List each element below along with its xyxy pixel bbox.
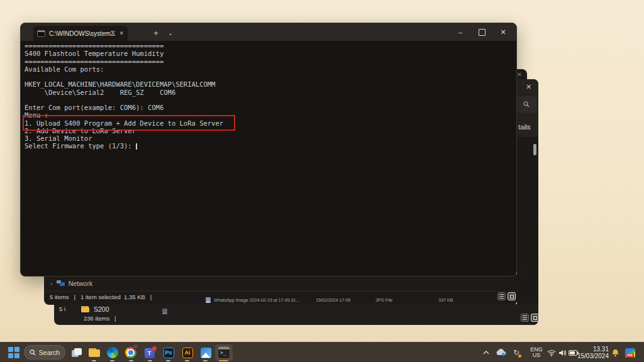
notification-bell-button[interactable] — [609, 343, 621, 362]
search-icon — [523, 101, 530, 107]
terminal-line — [25, 96, 223, 104]
pdf-badge: PDF — [626, 353, 634, 358]
explorer-front-bottom: 5 i S200 236 items | — [54, 304, 538, 325]
notification-badge — [133, 344, 139, 350]
clock[interactable]: 13.31 15/03/2024 — [569, 345, 609, 360]
chevron-up-icon — [483, 351, 489, 354]
tray-chevron-button[interactable] — [480, 343, 492, 362]
volume-button[interactable] — [557, 343, 568, 362]
terminal-output[interactable]: =================================== S400… — [25, 42, 223, 150]
search-icon — [30, 349, 36, 356]
illustrator-icon: Ai — [182, 348, 193, 358]
file-size: 337 KB — [438, 297, 453, 303]
folder-icon — [89, 348, 100, 357]
close-button[interactable]: ✕ — [492, 23, 514, 41]
terminal-line: \Device\Serial2 REG_SZ COM6 — [25, 89, 223, 96]
start-button[interactable] — [6, 344, 21, 361]
edge-icon — [107, 347, 118, 358]
onedrive-tray-button[interactable] — [494, 343, 507, 362]
cmd-icon — [37, 30, 45, 37]
terminal-tab-cmd[interactable]: C:\WINDOWS\system32\cmd. ✕ — [33, 26, 128, 41]
terminal-icon: >_ — [218, 346, 230, 359]
teams-button[interactable]: T — [143, 344, 158, 361]
folder-name: S200 — [94, 305, 109, 313]
terminal-window: C:\WINDOWS\system32\cmd. ✕ + ⌄ – ✕ =====… — [20, 23, 517, 277]
desktop-wallpaper: ✕ ✕ tails 5 i S200 236 items | › — [0, 0, 644, 362]
nav-item-network[interactable]: › Network — [50, 280, 92, 287]
tab-dropdown-icon[interactable]: ⌄ — [164, 26, 177, 39]
maximize-icon — [479, 29, 486, 36]
minimize-button[interactable]: – — [450, 23, 471, 41]
wifi-button[interactable] — [546, 343, 557, 362]
edge-button[interactable] — [105, 344, 120, 361]
details-button-fragment[interactable]: tails — [518, 123, 531, 131]
details-view-button[interactable] — [497, 292, 506, 300]
image-file-icon — [206, 297, 211, 303]
chrome-button[interactable] — [124, 344, 139, 361]
running-indicator — [148, 360, 152, 362]
terminal-line: Enter Com port(example: COM6): COM6 — [25, 104, 223, 111]
status-bar-text: 236 items | — [84, 315, 116, 322]
terminal-line: 3. Serial Monitor — [25, 134, 223, 142]
cloud-icon — [496, 349, 506, 356]
terminal-line — [25, 73, 223, 80]
view-toggle-buttons — [497, 292, 516, 300]
chevron-right-icon[interactable]: › — [50, 280, 53, 287]
folder-row-s200[interactable]: S200 — [81, 305, 109, 313]
active-running-indicator — [219, 360, 228, 362]
photoshop-button[interactable]: Ps — [161, 344, 176, 361]
folder-icon — [81, 306, 89, 312]
running-indicator — [110, 360, 114, 362]
file-name: WhatsApp Image 2024-02-15 at 17.45.31... — [214, 297, 314, 303]
view-toggle-buttons — [521, 314, 539, 322]
sync-status-dot — [518, 354, 521, 358]
file-type: JPG File — [375, 297, 392, 303]
search-box-fragment[interactable] — [518, 96, 537, 113]
terminal-title-bar[interactable]: C:\WINDOWS\system32\cmd. ✕ + ⌄ – ✕ — [21, 23, 516, 41]
running-indicator — [185, 360, 189, 362]
close-icon[interactable]: ✕ — [517, 71, 522, 78]
language-indicator[interactable]: ENG US — [527, 343, 546, 362]
tab-close-icon[interactable]: ✕ — [119, 30, 124, 36]
windows-logo-icon — [8, 347, 19, 358]
file-explorer-button[interactable] — [87, 344, 102, 361]
terminal-line: HKEY_LOCAL_MACHINE\HARDWARE\DEVICEMAP\SE… — [25, 80, 223, 88]
file-row-whatsapp-image[interactable]: WhatsApp Image 2024-02-15 at 17.45.31...… — [206, 297, 314, 303]
search-button[interactable]: Search — [24, 345, 65, 359]
red-annotation-box — [23, 115, 235, 131]
icons-view-button[interactable] — [508, 292, 516, 300]
photoshop-icon: Ps — [164, 348, 174, 358]
terminal-line: Select Firmware type (1/3): — [25, 142, 223, 150]
pdf-app-icon: PDF — [625, 348, 635, 358]
terminal-line: S400 Flashtool Temperature Humidity — [25, 50, 223, 57]
photos-icon — [201, 348, 211, 358]
photos-button[interactable] — [198, 344, 213, 361]
tray-date: 15/03/2024 — [577, 353, 609, 360]
close-icon[interactable]: ✕ — [526, 83, 531, 91]
sync-icon: ↻ — [513, 348, 519, 357]
terminal-button[interactable]: >_ — [215, 344, 233, 361]
running-indicator — [129, 360, 133, 362]
window-controls: – ✕ — [450, 23, 514, 41]
file-date: 15/02/2024 17:45 — [316, 297, 360, 303]
new-tab-button[interactable]: + — [149, 26, 163, 39]
text-cursor — [136, 143, 137, 150]
terminal-line: =================================== — [25, 42, 223, 50]
terminal-line: Available Com ports: — [25, 65, 223, 73]
scrollbar-thumb[interactable] — [533, 144, 536, 155]
pdf-tray-button[interactable]: PDF — [623, 343, 637, 362]
language-line2: US — [530, 353, 543, 359]
details-view-button[interactable] — [521, 314, 529, 322]
wifi-icon — [547, 349, 556, 356]
task-view-icon — [72, 348, 82, 357]
teams-icon: T — [145, 347, 157, 358]
search-label: Search — [39, 349, 60, 356]
chrome-icon — [125, 346, 138, 359]
maximize-button[interactable] — [471, 23, 492, 41]
sync-tray-button[interactable]: ↻ — [510, 343, 523, 362]
running-indicator — [166, 360, 170, 362]
illustrator-button[interactable]: Ai — [180, 344, 195, 361]
explorer-front-right-edge: ✕ tails — [517, 79, 538, 325]
icons-view-button[interactable] — [531, 314, 539, 322]
task-view-button[interactable] — [69, 344, 84, 361]
